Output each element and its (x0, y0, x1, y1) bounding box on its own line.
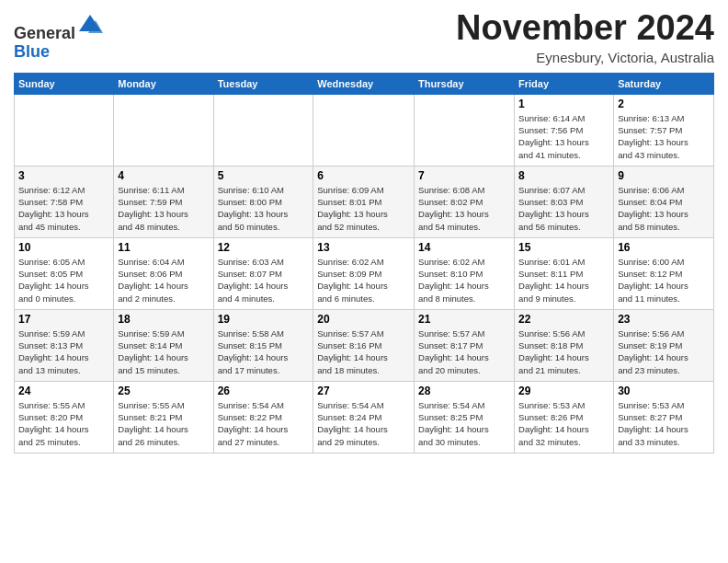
day-detail: Sunrise: 6:11 AM Sunset: 7:59 PM Dayligh… (118, 184, 209, 233)
logo-blue: Blue (14, 42, 50, 61)
day-cell: 9Sunrise: 6:06 AM Sunset: 8:04 PM Daylig… (614, 166, 714, 237)
day-number: 20 (317, 313, 410, 326)
week-row-3: 10Sunrise: 6:05 AM Sunset: 8:05 PM Dayli… (15, 237, 714, 309)
day-detail: Sunrise: 6:02 AM Sunset: 8:09 PM Dayligh… (317, 256, 410, 304)
day-detail: Sunrise: 6:02 AM Sunset: 8:10 PM Dayligh… (418, 256, 510, 304)
day-cell: 21Sunrise: 5:57 AM Sunset: 8:17 PM Dayli… (415, 309, 515, 381)
logo-general: General (14, 24, 75, 42)
day-detail: Sunrise: 6:12 AM Sunset: 7:58 PM Dayligh… (18, 184, 109, 233)
day-cell: 24Sunrise: 5:55 AM Sunset: 8:20 PM Dayli… (15, 381, 114, 453)
header-row: SundayMondayTuesdayWednesdayThursdayFrid… (15, 73, 714, 94)
day-detail: Sunrise: 5:54 AM Sunset: 8:24 PM Dayligh… (317, 399, 410, 448)
day-detail: Sunrise: 5:56 AM Sunset: 8:18 PM Dayligh… (518, 327, 609, 376)
day-cell: 12Sunrise: 6:03 AM Sunset: 8:07 PM Dayli… (213, 237, 313, 309)
day-number: 21 (418, 313, 510, 326)
day-number: 27 (317, 385, 410, 397)
week-row-4: 17Sunrise: 5:59 AM Sunset: 8:13 PM Dayli… (15, 309, 714, 381)
day-number: 14 (418, 241, 510, 254)
subtitle: Eynesbury, Victoria, Australia (456, 50, 714, 65)
day-number: 9 (618, 169, 710, 182)
header: General Blue November 2024 Eynesbury, Vi… (14, 9, 714, 65)
day-cell: 23Sunrise: 5:56 AM Sunset: 8:19 PM Dayli… (614, 309, 714, 381)
day-detail: Sunrise: 5:54 AM Sunset: 8:22 PM Dayligh… (218, 399, 310, 448)
day-cell: 11Sunrise: 6:04 AM Sunset: 8:06 PM Dayli… (114, 237, 213, 309)
day-cell: 30Sunrise: 5:53 AM Sunset: 8:27 PM Dayli… (614, 381, 714, 453)
day-number: 5 (218, 169, 310, 182)
day-detail: Sunrise: 6:04 AM Sunset: 8:06 PM Dayligh… (118, 256, 209, 304)
day-detail: Sunrise: 5:55 AM Sunset: 8:21 PM Dayligh… (118, 399, 209, 448)
day-detail: Sunrise: 6:09 AM Sunset: 8:01 PM Dayligh… (317, 184, 410, 233)
day-detail: Sunrise: 5:58 AM Sunset: 8:15 PM Dayligh… (218, 327, 310, 376)
day-number: 19 (218, 313, 310, 326)
day-cell: 27Sunrise: 5:54 AM Sunset: 8:24 PM Dayli… (313, 381, 415, 453)
day-cell: 28Sunrise: 5:54 AM Sunset: 8:25 PM Dayli… (415, 381, 515, 453)
day-header-tuesday: Tuesday (213, 73, 313, 94)
day-detail: Sunrise: 6:14 AM Sunset: 7:56 PM Dayligh… (518, 112, 609, 161)
day-cell: 4Sunrise: 6:11 AM Sunset: 7:59 PM Daylig… (114, 166, 213, 237)
week-row-5: 24Sunrise: 5:55 AM Sunset: 8:20 PM Dayli… (15, 381, 714, 453)
day-number: 11 (118, 241, 209, 254)
day-cell: 5Sunrise: 6:10 AM Sunset: 8:00 PM Daylig… (213, 166, 313, 237)
day-cell (15, 94, 114, 166)
day-cell (313, 94, 415, 166)
day-number: 28 (418, 385, 510, 397)
day-number: 16 (618, 241, 710, 254)
day-cell: 14Sunrise: 6:02 AM Sunset: 8:10 PM Dayli… (415, 237, 515, 309)
day-cell: 15Sunrise: 6:01 AM Sunset: 8:11 PM Dayli… (515, 237, 614, 309)
day-header-sunday: Sunday (15, 73, 114, 94)
page: General Blue November 2024 Eynesbury, Vi… (0, 0, 728, 463)
day-cell: 25Sunrise: 5:55 AM Sunset: 8:21 PM Dayli… (114, 381, 213, 453)
day-cell: 10Sunrise: 6:05 AM Sunset: 8:05 PM Dayli… (15, 237, 114, 309)
day-number: 4 (118, 169, 209, 182)
day-number: 17 (18, 313, 109, 326)
day-number: 6 (317, 169, 410, 182)
day-number: 13 (317, 241, 410, 254)
day-detail: Sunrise: 5:57 AM Sunset: 8:17 PM Dayligh… (418, 327, 510, 376)
day-number: 26 (218, 385, 310, 397)
day-cell: 1Sunrise: 6:14 AM Sunset: 7:56 PM Daylig… (515, 94, 614, 166)
day-detail: Sunrise: 6:03 AM Sunset: 8:07 PM Dayligh… (218, 256, 310, 304)
day-number: 3 (18, 169, 109, 182)
logo-icon (77, 13, 103, 39)
day-header-wednesday: Wednesday (313, 73, 415, 94)
day-detail: Sunrise: 5:55 AM Sunset: 8:20 PM Dayligh… (18, 399, 109, 448)
day-detail: Sunrise: 5:54 AM Sunset: 8:25 PM Dayligh… (418, 399, 510, 448)
day-number: 29 (518, 385, 609, 397)
day-number: 30 (618, 385, 710, 397)
day-detail: Sunrise: 6:06 AM Sunset: 8:04 PM Dayligh… (618, 184, 710, 233)
calendar-table: SundayMondayTuesdayWednesdayThursdayFrid… (14, 73, 714, 454)
day-detail: Sunrise: 5:57 AM Sunset: 8:16 PM Dayligh… (317, 327, 410, 376)
day-cell (114, 94, 213, 166)
day-header-saturday: Saturday (614, 73, 714, 94)
day-detail: Sunrise: 5:56 AM Sunset: 8:19 PM Dayligh… (618, 327, 710, 376)
week-row-1: 1Sunrise: 6:14 AM Sunset: 7:56 PM Daylig… (15, 94, 714, 166)
title-block: November 2024 Eynesbury, Victoria, Austr… (456, 9, 714, 65)
week-row-2: 3Sunrise: 6:12 AM Sunset: 7:58 PM Daylig… (15, 166, 714, 237)
day-number: 23 (618, 313, 710, 326)
day-header-thursday: Thursday (415, 73, 515, 94)
day-cell: 18Sunrise: 5:59 AM Sunset: 8:14 PM Dayli… (114, 309, 213, 381)
day-cell: 20Sunrise: 5:57 AM Sunset: 8:16 PM Dayli… (313, 309, 415, 381)
day-cell (213, 94, 313, 166)
day-number: 12 (218, 241, 310, 254)
day-number: 2 (618, 98, 710, 110)
day-detail: Sunrise: 6:13 AM Sunset: 7:57 PM Dayligh… (618, 112, 710, 161)
day-cell: 17Sunrise: 5:59 AM Sunset: 8:13 PM Dayli… (15, 309, 114, 381)
day-number: 1 (518, 98, 609, 110)
day-cell: 16Sunrise: 6:00 AM Sunset: 8:12 PM Dayli… (614, 237, 714, 309)
day-number: 25 (118, 385, 209, 397)
day-number: 7 (418, 169, 510, 182)
day-cell: 6Sunrise: 6:09 AM Sunset: 8:01 PM Daylig… (313, 166, 415, 237)
day-detail: Sunrise: 5:59 AM Sunset: 8:13 PM Dayligh… (18, 327, 109, 376)
day-cell: 7Sunrise: 6:08 AM Sunset: 8:02 PM Daylig… (415, 166, 515, 237)
day-header-monday: Monday (114, 73, 213, 94)
day-cell (415, 94, 515, 166)
month-title: November 2024 (456, 9, 714, 48)
day-detail: Sunrise: 6:05 AM Sunset: 8:05 PM Dayligh… (18, 256, 109, 304)
day-number: 18 (118, 313, 209, 326)
day-cell: 13Sunrise: 6:02 AM Sunset: 8:09 PM Dayli… (313, 237, 415, 309)
day-cell: 26Sunrise: 5:54 AM Sunset: 8:22 PM Dayli… (213, 381, 313, 453)
day-number: 15 (518, 241, 609, 254)
logo: General Blue (14, 13, 103, 62)
day-detail: Sunrise: 5:59 AM Sunset: 8:14 PM Dayligh… (118, 327, 209, 376)
